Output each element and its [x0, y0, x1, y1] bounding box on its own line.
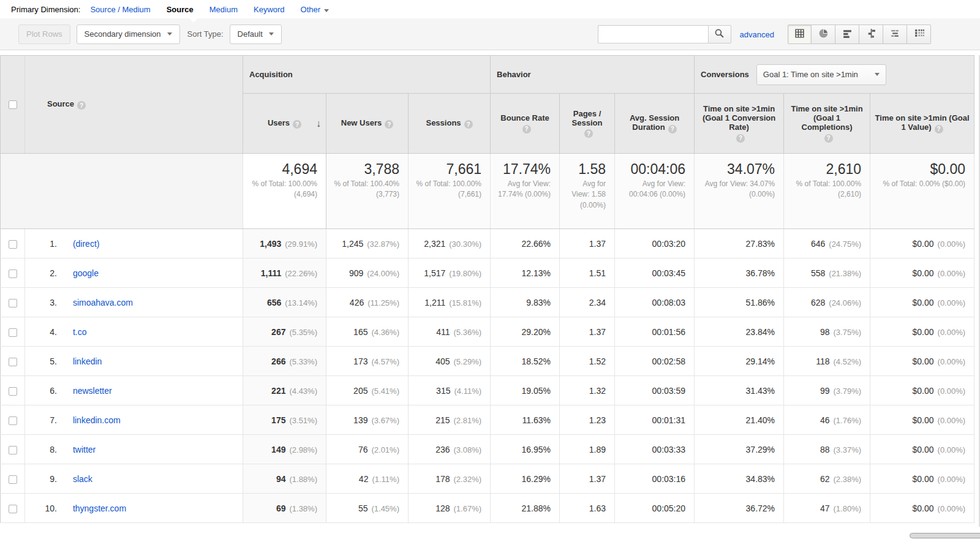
column-header-goal-completions[interactable]: Time on site >1min (Goal 1 Completions)? — [784, 94, 870, 154]
new-users-cell: 426(11.25%) — [326, 288, 409, 317]
column-header-new-users[interactable]: New Users? — [326, 94, 409, 154]
source-cell: 7. linkedin.com — [25, 405, 243, 435]
primary-dimension-source-medium[interactable]: Source / Medium — [90, 5, 150, 14]
pivot-view-button[interactable] — [907, 24, 931, 44]
chevron-down-icon — [269, 32, 274, 36]
row-checkbox[interactable] — [9, 446, 17, 454]
view-toggle-group — [788, 24, 931, 44]
column-header-users[interactable]: Users?↓ — [243, 94, 326, 154]
help-icon[interactable]: ? — [668, 125, 677, 134]
horizontal-scrollbar-thumb[interactable] — [910, 533, 980, 538]
column-header-pages-session[interactable]: Pages / Session? — [560, 94, 615, 154]
comparison-view-button[interactable] — [859, 24, 883, 44]
source-cell: 2. google — [25, 258, 243, 288]
row-rank: 10. — [25, 503, 57, 513]
toolbar-right-cluster: advanced — [598, 24, 931, 44]
help-icon[interactable]: ? — [584, 129, 593, 138]
goal-selector-dropdown[interactable]: Goal 1: Time on site >1min — [756, 64, 886, 85]
row-checkbox[interactable] — [9, 299, 17, 307]
column-header-source[interactable]: Source? — [25, 56, 243, 154]
source-link[interactable]: simoahava.com — [73, 298, 133, 307]
row-checkbox[interactable] — [9, 358, 17, 366]
avg-session-duration-cell: 00:02:58 — [615, 347, 695, 376]
avg-session-duration-cell: 00:03:16 — [615, 464, 695, 494]
goal-completions-cell: 47(1.80%) — [784, 494, 870, 523]
goal-value-cell: $0.00(0.00%) — [870, 376, 974, 405]
pages-session-cell: 1.37 — [560, 464, 615, 494]
advanced-search-link[interactable]: advanced — [740, 30, 774, 39]
goal-conversion-rate-cell: 37.29% — [695, 435, 784, 464]
help-icon[interactable]: ? — [736, 134, 745, 143]
goal-value-cell: $0.00(0.00%) — [870, 258, 974, 288]
pages-session-cell: 1.37 — [560, 229, 615, 258]
primary-dimension-medium[interactable]: Medium — [209, 5, 238, 14]
source-link[interactable]: linkedin.com — [73, 415, 121, 425]
row-checkbox[interactable] — [9, 475, 17, 484]
data-table-view-button[interactable] — [788, 24, 812, 44]
search-button[interactable] — [708, 25, 731, 43]
pages-session-cell: 1.63 — [560, 494, 615, 523]
performance-view-button[interactable] — [835, 24, 859, 44]
goal-conversion-rate-cell: 23.84% — [695, 317, 784, 347]
pie-chart-icon — [818, 28, 829, 41]
source-link[interactable]: (direct) — [73, 239, 100, 249]
users-cell: 1,493(29.91%) — [243, 229, 326, 258]
row-checkbox[interactable] — [9, 387, 17, 396]
row-checkbox[interactable] — [9, 270, 17, 278]
column-header-avg-session-duration[interactable]: Avg. Session Duration? — [615, 94, 695, 154]
column-header-bounce-rate[interactable]: Bounce Rate? — [491, 94, 560, 154]
row-checkbox[interactable] — [9, 505, 17, 513]
row-checkbox-cell — [1, 494, 25, 523]
new-users-cell: 55(1.45%) — [326, 494, 409, 523]
term-cloud-view-button[interactable] — [883, 24, 907, 44]
chevron-down-icon — [324, 9, 329, 12]
new-users-cell: 165(4.36%) — [326, 317, 409, 347]
avg-session-duration-cell: 00:03:45 — [615, 258, 695, 288]
source-link[interactable]: thyngster.com — [73, 503, 126, 513]
source-cell: 8. twitter — [25, 435, 243, 464]
help-icon[interactable]: ? — [935, 125, 943, 134]
row-checkbox[interactable] — [9, 417, 17, 425]
primary-dimension-source[interactable]: Source — [167, 5, 194, 14]
sort-type-select[interactable]: Default — [230, 24, 282, 44]
primary-dimension-other[interactable]: Other — [301, 5, 330, 14]
total-avg-session-duration: 00:04:06Avg for View: 00:04:06 (0.00%) — [615, 154, 695, 229]
table-body: 1. (direct) 1,493(29.91%) 1,245(32.87%) … — [1, 229, 974, 523]
primary-dimension-keyword[interactable]: Keyword — [254, 5, 285, 14]
column-header-sessions[interactable]: Sessions? — [409, 94, 491, 154]
search-input[interactable] — [598, 25, 708, 43]
source-link[interactable]: twitter — [73, 445, 96, 454]
plot-rows-button[interactable]: Plot Rows — [18, 24, 70, 44]
secondary-dimension-button[interactable]: Secondary dimension — [77, 24, 180, 44]
column-header-goal-conversion-rate[interactable]: Time on site >1min (Goal 1 Conversion Ra… — [695, 94, 784, 154]
source-link[interactable]: newsletter — [73, 386, 112, 396]
row-rank: 7. — [25, 415, 57, 425]
help-icon[interactable]: ? — [77, 101, 86, 110]
goal-conversion-rate-cell: 36.78% — [695, 258, 784, 288]
row-rank: 2. — [25, 268, 57, 278]
source-link[interactable]: linkedin — [73, 356, 102, 366]
sessions-cell: 128(1.67%) — [409, 494, 491, 523]
analytics-report-page: Primary Dimension: Source / Medium Sourc… — [0, 0, 980, 539]
source-link[interactable]: slack — [73, 474, 92, 484]
source-link[interactable]: google — [73, 268, 99, 278]
group-header-behavior: Behavior — [491, 56, 695, 94]
bounce-rate-cell: 22.66% — [491, 229, 560, 258]
help-icon[interactable]: ? — [522, 125, 531, 134]
percentage-view-button[interactable] — [812, 24, 835, 44]
bounce-rate-cell: 11.63% — [491, 405, 560, 435]
row-checkbox[interactable] — [9, 328, 17, 337]
help-icon[interactable]: ? — [824, 134, 833, 143]
help-icon[interactable]: ? — [385, 120, 393, 129]
help-icon[interactable]: ? — [464, 120, 473, 129]
row-checkbox[interactable] — [9, 240, 17, 249]
chevron-down-icon — [875, 73, 880, 76]
select-all-checkbox[interactable] — [9, 100, 17, 109]
users-cell: 1,111(22.26%) — [243, 258, 326, 288]
bounce-rate-cell: 18.52% — [491, 347, 560, 376]
source-link[interactable]: t.co — [73, 327, 87, 337]
users-cell: 221(4.43%) — [243, 376, 326, 405]
goal-value-cell: $0.00(0.00%) — [870, 317, 974, 347]
help-icon[interactable]: ? — [293, 120, 301, 129]
column-header-goal-value[interactable]: Time on site >1min (Goal 1 Value)? — [870, 94, 974, 154]
